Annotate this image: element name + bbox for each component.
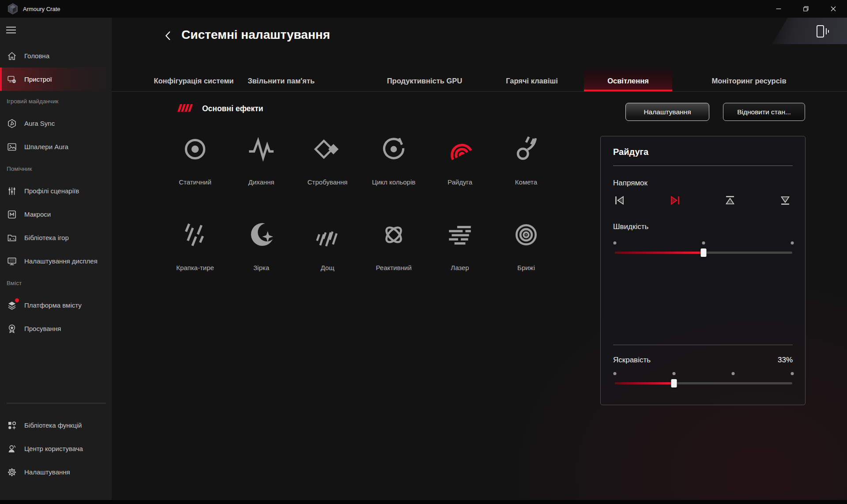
- rainbow-effect-icon: [445, 135, 474, 164]
- tab-system-config[interactable]: Конфігурація системи: [148, 70, 239, 91]
- effect-label: Цикл кольорів: [372, 178, 415, 186]
- restore-button[interactable]: [792, 0, 820, 18]
- tab-resource-monitoring[interactable]: Моніторинг ресурсів: [706, 70, 791, 91]
- sidebar-item-scenario-profiles[interactable]: Профілі сценаріїв: [0, 179, 112, 203]
- aura-wallpapers-icon: [7, 142, 17, 152]
- sidebar-item-label: Просування: [24, 325, 61, 332]
- effect-settings-panel: Райдуга Напрямок Швидкість Яскравість 33…: [600, 136, 806, 405]
- effect-label: Зірка: [253, 264, 269, 271]
- effect-label: Дихання: [248, 178, 275, 186]
- mobile-device-icon[interactable]: [815, 23, 831, 39]
- effects-section-title: Основні ефекти: [202, 104, 263, 113]
- slider-stop-dot: [614, 241, 617, 244]
- tab-lighting[interactable]: Освітлення: [584, 70, 672, 91]
- sidebar-item-devices[interactable]: Пристрої: [0, 68, 112, 91]
- slider-thumb[interactable]: [701, 248, 707, 257]
- slider-stop-dot: [791, 372, 794, 375]
- brightness-label: Яскравість: [613, 356, 651, 365]
- color-cycle-effect-icon: [379, 135, 408, 164]
- sidebar-item-settings[interactable]: Налаштування: [0, 460, 112, 484]
- sidebar-item-label: Пристрої: [24, 75, 52, 83]
- effect-item-dot-dash[interactable]: Крапка-тире: [162, 211, 228, 297]
- slider-fill: [615, 382, 674, 384]
- direction-options: [612, 193, 793, 208]
- panel-divider: [613, 345, 793, 345]
- effect-label: Комета: [515, 178, 537, 186]
- sidebar-item-label: Центр користувача: [24, 445, 83, 452]
- static-effect-icon: [181, 135, 210, 164]
- menu-toggle-button[interactable]: [6, 25, 19, 35]
- effect-item-reactive[interactable]: Реактивний: [361, 211, 427, 297]
- breathing-effect-icon: [247, 135, 276, 164]
- effect-label: Брижі: [517, 264, 535, 271]
- sidebar-item-function-library[interactable]: Бібліотека функцій: [0, 414, 112, 437]
- tab-hotkeys[interactable]: Гарячі клавіші: [501, 70, 563, 91]
- tab-bar: Конфігурація системиЗвільнити пам'ятьПро…: [112, 71, 847, 92]
- effect-item-comet[interactable]: Комета: [493, 126, 559, 211]
- reactive-effect-icon: [379, 220, 408, 249]
- back-button[interactable]: [162, 29, 173, 42]
- sidebar-section-label: Помічник: [0, 158, 112, 179]
- home-icon: [7, 51, 17, 61]
- tab-gpu-performance[interactable]: Продуктивність GPU: [382, 70, 468, 91]
- slider-thumb[interactable]: [671, 379, 677, 387]
- effect-item-breathing[interactable]: Дихання: [228, 126, 294, 211]
- effect-item-color-cycle[interactable]: Цикл кольорів: [361, 126, 427, 211]
- sidebar-item-display-settings[interactable]: Налаштування дисплея: [0, 249, 112, 273]
- red-stripes-icon: [177, 104, 195, 113]
- comet-effect-icon: [512, 135, 541, 164]
- effect-label: Дощ: [320, 264, 334, 271]
- slider-track[interactable]: [615, 382, 792, 384]
- sidebar-item-label: Шпалери Aura: [24, 143, 68, 150]
- notification-badge: [15, 298, 19, 302]
- aura-sync-icon: [7, 118, 17, 129]
- speed-slider[interactable]: [615, 240, 792, 259]
- strobing-effect-icon: [313, 135, 342, 164]
- effect-label: Райдуга: [448, 178, 472, 186]
- close-button[interactable]: [820, 0, 847, 18]
- tab-free-memory[interactable]: Звільнити пам'ять: [242, 70, 320, 91]
- page-title: Системні налаштування: [181, 28, 330, 42]
- effect-item-ripple[interactable]: Брижі: [493, 211, 559, 297]
- sidebar-item-label: Налаштування дисплея: [24, 257, 98, 265]
- minimize-button[interactable]: [765, 0, 792, 18]
- sidebar-item-aura-wallpapers[interactable]: Шпалери Aura: [0, 135, 112, 158]
- sidebar-item-aura-sync[interactable]: Aura Sync: [0, 112, 112, 135]
- effect-item-static[interactable]: Статичний: [162, 126, 228, 211]
- sidebar-item-game-library[interactable]: Бібліотека ігор: [0, 226, 112, 249]
- direction-up-button[interactable]: [723, 193, 738, 208]
- slider-stop-dot: [672, 372, 675, 375]
- effect-label: Статичний: [179, 178, 211, 186]
- effect-item-rain[interactable]: Дощ: [294, 211, 361, 297]
- settings-icon: [7, 467, 17, 478]
- top-right-corner-panel: [772, 18, 847, 44]
- direction-left-button[interactable]: [612, 193, 627, 208]
- sidebar-nav: ГоловнаПристроїІгровий майданчикAura Syn…: [0, 44, 112, 340]
- effect-item-star[interactable]: Зірка: [228, 211, 294, 297]
- rain-effect-icon: [313, 220, 342, 249]
- sidebar-item-home[interactable]: Головна: [0, 44, 112, 68]
- brightness-slider[interactable]: [615, 371, 792, 389]
- restore-state-button[interactable]: Відновити стан...: [723, 103, 805, 121]
- effect-item-rainbow[interactable]: Райдуга: [427, 126, 493, 211]
- sidebar-item-label: Макроси: [24, 211, 51, 218]
- window-controls: [765, 0, 847, 18]
- effect-item-laser[interactable]: Лазер: [427, 211, 493, 297]
- ripple-effect-icon: [512, 220, 541, 249]
- sidebar-item-macros[interactable]: Макроси: [0, 203, 112, 226]
- direction-right-button[interactable]: [667, 193, 682, 208]
- sidebar-item-promotion[interactable]: Просування: [0, 317, 112, 340]
- user-center-icon: [7, 444, 17, 454]
- content-platform-icon: [7, 300, 17, 311]
- sidebar-item-content-platform[interactable]: Платформа вмісту: [0, 293, 112, 317]
- main-content: Системні налаштування Конфігурація систе…: [112, 18, 847, 504]
- effect-item-strobing[interactable]: Стробування: [294, 126, 361, 211]
- slider-stop-dot: [731, 372, 734, 375]
- sidebar-item-label: Aura Sync: [24, 120, 55, 127]
- sidebar-item-label: Платформа вмісту: [24, 301, 82, 309]
- direction-down-button[interactable]: [778, 193, 793, 208]
- sidebar-item-user-center[interactable]: Центр користувача: [0, 437, 112, 460]
- sidebar-item-label: Налаштування: [24, 468, 70, 476]
- slider-fill: [615, 252, 704, 254]
- settings-button[interactable]: Налаштування: [625, 103, 709, 121]
